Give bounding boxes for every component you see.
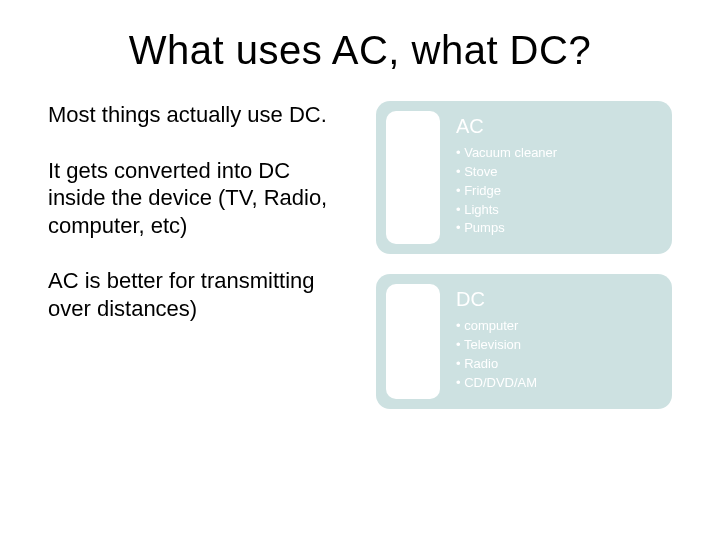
body-paragraph-3: AC is better for transmitting over dista… — [48, 267, 348, 322]
ac-panel-body: AC Vacuum cleaner Stove Fridge Lights Pu… — [456, 115, 656, 238]
list-item: Stove — [456, 163, 656, 182]
ac-list: Vacuum cleaner Stove Fridge Lights Pumps — [456, 144, 656, 238]
list-item: computer — [456, 317, 656, 336]
list-item: Radio — [456, 355, 656, 374]
ac-panel: AC Vacuum cleaner Stove Fridge Lights Pu… — [376, 101, 672, 254]
dc-list: computer Television Radio CD/DVD/AM — [456, 317, 656, 392]
list-item: Lights — [456, 201, 656, 220]
content-row: Most things actually use DC. It gets con… — [48, 101, 672, 409]
panel-inset — [386, 284, 440, 398]
list-item: Pumps — [456, 219, 656, 238]
dc-panel-title: DC — [456, 288, 656, 311]
body-paragraph-2: It gets converted into DC inside the dev… — [48, 157, 348, 240]
dc-panel-body: DC computer Television Radio CD/DVD/AM — [456, 288, 656, 392]
page-title: What uses AC, what DC? — [48, 28, 672, 73]
panel-inset — [386, 111, 440, 244]
body-paragraph-1: Most things actually use DC. — [48, 101, 348, 129]
slide: What uses AC, what DC? Most things actua… — [0, 0, 720, 540]
list-item: CD/DVD/AM — [456, 374, 656, 393]
list-item: Fridge — [456, 182, 656, 201]
list-item: Television — [456, 336, 656, 355]
list-item: Vacuum cleaner — [456, 144, 656, 163]
left-column: Most things actually use DC. It gets con… — [48, 101, 348, 409]
ac-panel-title: AC — [456, 115, 656, 138]
right-column: AC Vacuum cleaner Stove Fridge Lights Pu… — [376, 101, 672, 409]
dc-panel: DC computer Television Radio CD/DVD/AM — [376, 274, 672, 408]
